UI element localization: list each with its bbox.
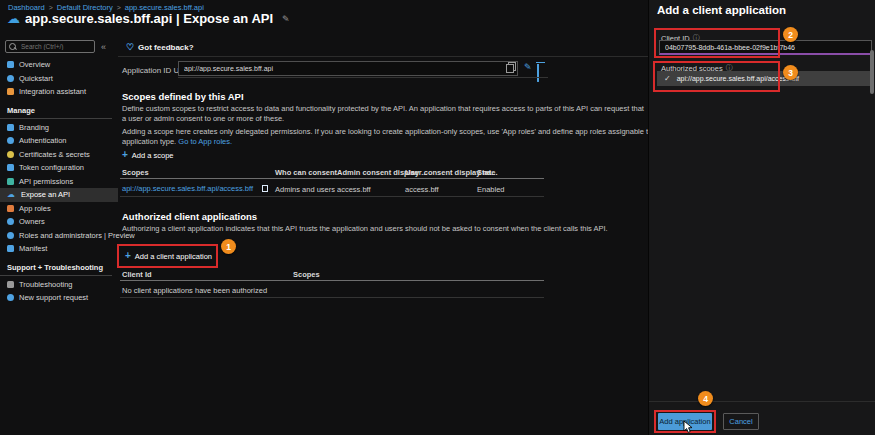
scopes-section-title: Scopes defined by this API [122, 91, 244, 102]
sidebar-item-app-roles[interactable]: App roles [0, 202, 118, 216]
client-id-field[interactable] [659, 40, 872, 55]
scopes-description-1: Define custom scopes to restrict access … [122, 104, 646, 123]
annotation-badge-2: 2 [783, 27, 798, 42]
sidebar-item-label: Expose an API [21, 190, 70, 199]
sidebar-item-label: New support request [19, 293, 88, 302]
sidebar-item-certificates-secrets[interactable]: Certificates & secrets [0, 148, 118, 162]
sidebar-item-authentication[interactable]: Authentication [0, 134, 118, 148]
search-icon [9, 43, 16, 50]
authorized-scope-value: api://app.secure.sales.bff.api/access.bf… [677, 75, 799, 82]
sidebar-item-label: Troubleshooting [19, 280, 73, 289]
sidebar-item-troubleshooting[interactable]: Troubleshooting [0, 278, 118, 292]
cancel-button[interactable]: Cancel [723, 413, 759, 430]
sidebar-group-support: Support + Troubleshooting [0, 260, 112, 276]
checkmark-icon: ✓ [664, 74, 671, 83]
sidebar-item-label: Manifest [19, 244, 47, 253]
cell-admin-consent-display: access.bff [337, 185, 371, 194]
sidebar-search[interactable] [5, 40, 95, 53]
edit-title-icon[interactable]: ✎ [282, 14, 290, 24]
cell-user-consent-display: access.bff [405, 185, 439, 194]
search-input[interactable] [19, 42, 91, 51]
toolbar-divider [118, 56, 648, 57]
scope-link[interactable]: api://app.secure.sales.bff.api/access.bf… [122, 184, 253, 193]
sidebar-collapse-button[interactable]: « [101, 42, 106, 52]
sidebar-item-label: API permissions [19, 177, 73, 186]
authentication-icon [7, 137, 14, 144]
add-a-scope-button[interactable]: + Add a scope [122, 150, 174, 160]
sidebar-item-expose-an-api[interactable]: ☁ Expose an API [0, 188, 118, 202]
authorized-clients-description: Authorizing a client application indicat… [122, 224, 646, 234]
sidebar-item-label: Roles and administrators | Preview [19, 231, 135, 240]
sidebar-item-integration-assistant[interactable]: Integration assistant [0, 85, 118, 99]
azure-portal-screen: Dashboard > Default Directory > app.secu… [0, 0, 875, 435]
empty-table-message: No client applications have been authori… [122, 286, 267, 295]
sidebar-item-owners[interactable]: Owners [0, 215, 118, 229]
authorized-clients-title: Authorized client applications [122, 211, 257, 222]
sidebar-item-token-configuration[interactable]: Token configuration [0, 161, 118, 175]
certificates-key-icon [7, 151, 14, 158]
branding-icon [7, 124, 14, 131]
table-header-divider [120, 280, 544, 281]
annotation-badge-4: 4 [698, 391, 713, 406]
scrollbar-thumb[interactable] [870, 50, 874, 94]
api-permissions-icon [7, 178, 14, 185]
quickstart-icon [7, 75, 14, 82]
mouse-cursor-icon [682, 420, 694, 435]
plus-icon: + [125, 251, 131, 261]
support-request-person-icon [7, 294, 14, 301]
got-feedback-button[interactable]: ♡ Got feedback? [126, 42, 194, 52]
page-header: ☁ app.secure.sales.bff.api | Expose an A… [7, 11, 290, 26]
scopes-description-2: Adding a scope here creates only delegat… [122, 127, 656, 146]
sidebar: « Overview Quickstart Integration assist… [0, 36, 118, 435]
page-title: app.secure.sales.bff.api | Expose an API [25, 11, 273, 26]
table-header-divider [120, 178, 544, 179]
sidebar-item-label: App roles [19, 204, 51, 213]
sidebar-nav: Overview Quickstart Integration assistan… [0, 58, 118, 305]
manifest-document-icon [7, 245, 14, 252]
sidebar-item-label: Overview [19, 60, 50, 69]
copy-icon[interactable] [506, 64, 514, 73]
breadcrumb-separator: > [49, 4, 53, 11]
breadcrumb-separator: > [117, 4, 121, 11]
table-row-divider [120, 297, 544, 298]
col-header-client-id: Client Id [122, 270, 152, 279]
sidebar-item-overview[interactable]: Overview [0, 58, 118, 72]
owners-person-icon [7, 218, 14, 225]
app-roles-icon [7, 205, 14, 212]
overview-icon [7, 61, 14, 68]
sidebar-item-manifest[interactable]: Manifest [0, 242, 118, 256]
edit-pencil-icon[interactable]: ✎ [524, 62, 532, 72]
heart-icon: ♡ [126, 42, 134, 52]
sidebar-item-label: Owners [19, 217, 45, 226]
delete-trash-icon[interactable] [537, 64, 539, 82]
col-header-who-can-consent: Who can consent [275, 168, 337, 177]
cell-state: Enabled [477, 185, 505, 194]
sidebar-item-label: Token configuration [19, 163, 84, 172]
troubleshooting-icon [7, 281, 14, 288]
add-client-application-button[interactable]: + Add a client application [125, 251, 212, 261]
sidebar-item-quickstart[interactable]: Quickstart [0, 72, 118, 86]
integration-assistant-icon [7, 88, 14, 95]
go-to-app-roles-link[interactable]: Go to App roles. [178, 137, 232, 146]
token-configuration-icon [7, 164, 14, 171]
authorized-scope-row[interactable]: ✓ api://app.secure.sales.bff.api/access.… [657, 71, 872, 86]
annotation-badge-3: 3 [783, 65, 798, 80]
add-client-label: Add a client application [135, 252, 212, 261]
col-header-state: State [477, 168, 495, 177]
application-id-uri-field[interactable] [178, 61, 518, 76]
sidebar-item-branding[interactable]: Branding [0, 121, 118, 135]
client-id-input[interactable] [663, 43, 868, 52]
sidebar-item-api-permissions[interactable]: API permissions [0, 175, 118, 189]
sidebar-item-roles-administrators[interactable]: Roles and administrators | Preview [0, 229, 118, 243]
roles-admins-person-icon [7, 232, 14, 239]
add-client-application-panel: Add a client application Client ID ⓘ 2 A… [648, 0, 875, 435]
plus-icon: + [122, 150, 128, 160]
col-header-client-scopes: Scopes [293, 270, 320, 279]
got-feedback-label: Got feedback? [138, 43, 194, 52]
sidebar-item-label: Integration assistant [19, 87, 86, 96]
app-registration-cloud-icon: ☁ [7, 12, 20, 25]
sidebar-item-new-support-request[interactable]: New support request [0, 291, 118, 305]
application-id-uri-input[interactable] [182, 64, 506, 73]
cell-who-can-consent: Admins and users [275, 185, 335, 194]
col-header-scopes: Scopes [122, 168, 149, 177]
